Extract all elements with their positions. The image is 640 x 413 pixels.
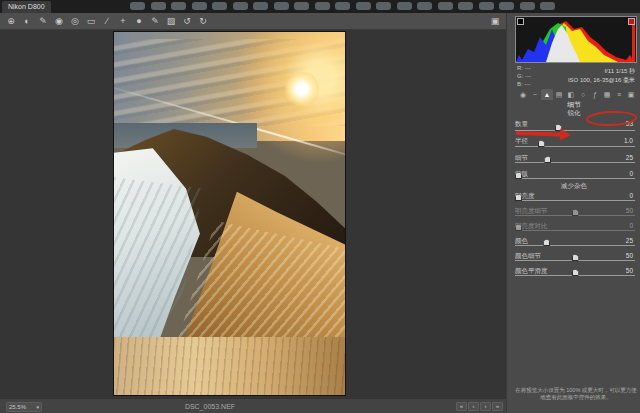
background-window-icon bbox=[315, 2, 330, 10]
hand-tool-icon[interactable]: ◐ bbox=[20, 15, 34, 28]
slider-track[interactable] bbox=[515, 146, 635, 147]
slider-value-field[interactable]: 0 bbox=[605, 170, 633, 177]
slider-handle[interactable] bbox=[572, 254, 579, 261]
background-window-icon bbox=[397, 2, 412, 10]
toolbar: ⊕◐✎◉◎▭∕+●✎▨↺↻▣ bbox=[0, 13, 506, 30]
slider-value-field[interactable]: 50 bbox=[605, 252, 633, 259]
adjustments-panel: R: --- G: --- B: --- f/11 1/15 秒 ISO 100… bbox=[506, 13, 640, 413]
slider-value-field[interactable]: 25 bbox=[605, 154, 633, 161]
background-window-icon bbox=[458, 2, 473, 10]
background-window-icon bbox=[151, 2, 166, 10]
slider-handle[interactable] bbox=[572, 209, 579, 216]
photo-foreground-texture bbox=[114, 337, 345, 395]
background-window-icon bbox=[520, 2, 535, 10]
annotation-arrow bbox=[516, 126, 572, 142]
photo-preview[interactable] bbox=[113, 31, 346, 396]
camera-raw-dialog: Nikon D800 ⊕◐✎◉◎▭∕+●✎▨↺↻▣ 25.5% ▾ DSC_0 bbox=[0, 0, 640, 413]
slider-handle[interactable] bbox=[538, 140, 545, 147]
image-canvas[interactable] bbox=[0, 30, 506, 398]
background-window-icon bbox=[192, 2, 207, 10]
toggle-fullscreen-icon[interactable]: ▣ bbox=[488, 15, 502, 28]
slider-value-field[interactable]: 50 bbox=[605, 207, 633, 214]
white-balance-tool-icon[interactable]: ✎ bbox=[36, 15, 50, 28]
background-window-icon bbox=[274, 2, 289, 10]
photo-sun bbox=[285, 72, 319, 106]
panel-tip-text: 在将预览大小设置为 100% 或更大时，可以更方便地查看此面板中控件的效果。 bbox=[515, 387, 637, 401]
slider-value-field[interactable]: 0 bbox=[605, 192, 633, 199]
slider-track[interactable] bbox=[515, 230, 635, 231]
background-window-icon bbox=[417, 2, 432, 10]
chevron-down-icon: ▾ bbox=[36, 403, 39, 411]
slider-track[interactable] bbox=[515, 215, 635, 216]
rotate-right-tool-icon[interactable]: ↻ bbox=[196, 15, 210, 28]
slider-handle[interactable] bbox=[543, 239, 550, 246]
status-bar: 25.5% ▾ DSC_0053.NEF «‹›» bbox=[0, 398, 506, 413]
background-window-icon bbox=[540, 2, 555, 10]
slider-value-field[interactable]: 0 bbox=[605, 222, 633, 229]
background-window-icon bbox=[438, 2, 453, 10]
background-window-icon bbox=[171, 2, 186, 10]
background-window-icon bbox=[479, 2, 494, 10]
title-bar: Nikon D800 bbox=[0, 0, 640, 13]
graduated-filter-tool-icon[interactable]: ▨ bbox=[164, 15, 178, 28]
window-title: Nikon D800 bbox=[2, 1, 51, 13]
slider-value-field[interactable]: 25 bbox=[605, 237, 633, 244]
background-window-icon bbox=[356, 2, 371, 10]
nav-first-button[interactable]: « bbox=[456, 402, 467, 411]
slider-track[interactable] bbox=[515, 178, 635, 179]
noise-reduction-section-header: 减少杂色 bbox=[507, 182, 640, 191]
straighten-tool-icon[interactable]: ∕ bbox=[100, 15, 114, 28]
filename-label: DSC_0053.NEF bbox=[130, 403, 290, 410]
nav-last-button[interactable]: » bbox=[492, 402, 503, 411]
slider-track[interactable] bbox=[515, 245, 635, 246]
color-sampler-tool-icon[interactable]: ◉ bbox=[52, 15, 66, 28]
zoom-tool-icon[interactable]: ⊕ bbox=[4, 15, 18, 28]
background-window-icon bbox=[294, 2, 309, 10]
red-eye-tool-icon[interactable]: ● bbox=[132, 15, 146, 28]
zoom-level-value: 25.5% bbox=[9, 404, 26, 410]
background-window-icon bbox=[253, 2, 268, 10]
slider-track[interactable] bbox=[515, 260, 635, 261]
background-window-icon bbox=[499, 2, 514, 10]
slider-handle[interactable] bbox=[572, 269, 579, 276]
background-window-icon bbox=[212, 2, 227, 10]
nav-prev-button[interactable]: ‹ bbox=[468, 402, 479, 411]
slider-handle[interactable] bbox=[544, 156, 551, 163]
zoom-level-select[interactable]: 25.5% ▾ bbox=[6, 402, 42, 412]
annotation-arrow-shaft bbox=[516, 131, 560, 137]
rotate-left-tool-icon[interactable]: ↺ bbox=[180, 15, 194, 28]
adjustment-brush-tool-icon[interactable]: ✎ bbox=[148, 15, 162, 28]
spot-removal-tool-icon[interactable]: + bbox=[116, 15, 130, 28]
background-window-icon bbox=[233, 2, 248, 10]
targeted-adjustment-tool-icon[interactable]: ◎ bbox=[68, 15, 82, 28]
slider-value-field[interactable]: 50 bbox=[605, 267, 633, 274]
annotation-arrow-head bbox=[560, 129, 571, 141]
slider-track[interactable] bbox=[515, 200, 635, 201]
slider-value-field[interactable]: 1.0 bbox=[605, 137, 633, 144]
background-window-icon bbox=[130, 2, 145, 10]
crop-tool-icon[interactable]: ▭ bbox=[84, 15, 98, 28]
slider-track[interactable] bbox=[515, 275, 635, 276]
background-window-icon bbox=[335, 2, 350, 10]
background-window-icon bbox=[376, 2, 391, 10]
nav-next-button[interactable]: › bbox=[480, 402, 491, 411]
slider-track[interactable] bbox=[515, 162, 635, 163]
detail-panel-body: 锐化 减少杂色 数量53半径1.0细节25蒙版0明亮度0明亮度细节50明亮度对比… bbox=[507, 13, 640, 413]
